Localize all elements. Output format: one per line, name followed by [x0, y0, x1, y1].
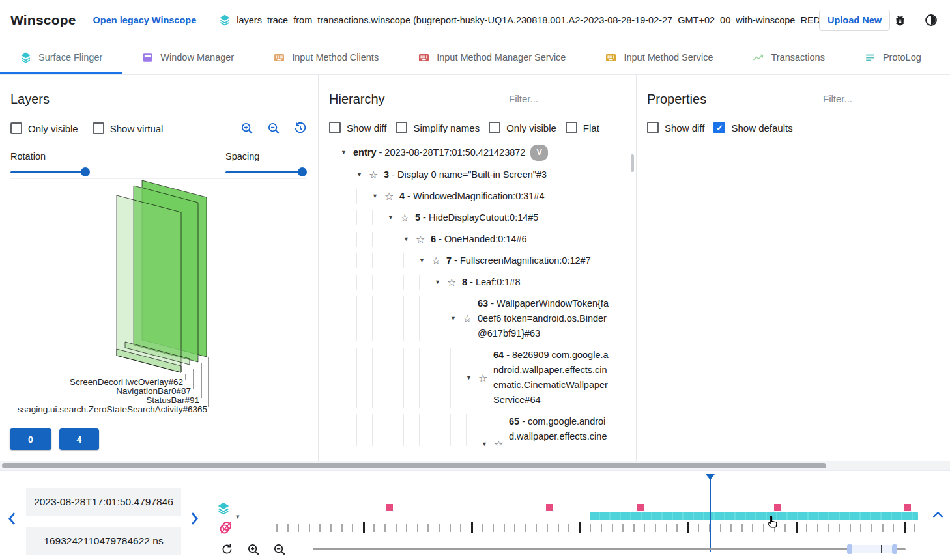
checkbox-box[interactable] [10, 122, 22, 134]
checkbox-only-visible[interactable]: Only visible [10, 122, 78, 134]
star-icon[interactable]: ☆ [478, 371, 493, 385]
next-entry-button[interactable] [190, 512, 199, 527]
star-icon[interactable]: ☆ [463, 311, 478, 326]
minimap-selection[interactable] [847, 545, 892, 553]
display-id-button-4[interactable]: 4 [59, 428, 99, 450]
checkbox-show-diff[interactable]: Show diff [329, 122, 386, 133]
previous-entry-button[interactable] [7, 512, 17, 527]
refresh-icon[interactable] [220, 542, 234, 556]
collapse-timeline-icon[interactable] [932, 511, 943, 518]
checkbox-box[interactable]: ✓ [713, 122, 725, 133]
tree-node[interactable]: ▼☆4 - WindowedMagnification:0:31#4 [329, 186, 609, 207]
display-id-button-0[interactable]: 0 [10, 428, 51, 450]
checkbox-show-defaults[interactable]: ✓Show defaults [713, 122, 792, 133]
checkbox-box[interactable] [396, 122, 407, 133]
expand-caret-icon[interactable]: ▼ [356, 167, 369, 182]
expand-caret-icon[interactable]: ▼ [341, 145, 353, 160]
transition-marker[interactable] [386, 504, 393, 511]
tree-node[interactable]: ▼☆64 - 8e26909 com.google.android.wallpa… [329, 344, 609, 411]
checkbox-box[interactable] [647, 122, 659, 133]
sf-trace-block[interactable] [590, 512, 918, 520]
tree-node[interactable]: ▼☆5 - HideDisplayCutout:0:14#5 [329, 207, 609, 229]
checkbox-box[interactable] [566, 122, 577, 133]
tree-node[interactable]: ▼☆6 - OneHanded:0:14#6 [329, 229, 609, 250]
tree-node[interactable]: ▼☆65 - com.google.android.wallpaper.effe… [329, 411, 609, 446]
expand-caret-icon[interactable]: ▼ [435, 275, 447, 290]
star-icon[interactable]: ☆ [384, 189, 399, 204]
layers-trace-icon[interactable] [216, 501, 231, 516]
bug-report-icon[interactable] [891, 12, 908, 29]
trace-selector-caret-icon[interactable]: ▾ [236, 512, 240, 521]
timeline-tick [796, 522, 798, 533]
timestamp-input[interactable]: 2023-08-28T17:01:50.4797846 [26, 488, 181, 516]
star-icon[interactable]: ☆ [494, 437, 509, 447]
tab-tr[interactable]: Tr [941, 40, 950, 74]
dark-mode-toggle-icon[interactable] [923, 12, 940, 29]
star-icon[interactable]: ☆ [400, 210, 415, 225]
spacing-slider-thumb[interactable] [298, 167, 307, 176]
zoom-in-icon[interactable] [240, 121, 254, 135]
checkbox-box[interactable] [93, 122, 104, 134]
timeline-tick [871, 524, 872, 532]
timeline-zoom-in-icon[interactable] [246, 542, 261, 557]
upload-new-button[interactable]: Upload New [819, 10, 890, 31]
expand-caret-icon[interactable]: ▼ [450, 311, 463, 326]
tab-transactions[interactable]: Transactions [732, 40, 844, 74]
checkbox-flat[interactable]: Flat [566, 122, 599, 133]
expand-caret-icon[interactable]: ▼ [388, 210, 400, 225]
star-icon[interactable]: ☆ [447, 275, 462, 290]
tree-node[interactable]: ▼☆3 - Display 0 name="Built-in Screen"#3 [329, 164, 609, 186]
tab-input-method-manager-service[interactable]: Input Method Manager Service [398, 40, 585, 74]
tab-protolog[interactable]: ProtoLog [844, 40, 941, 74]
expand-caret-icon[interactable]: ▼ [419, 253, 431, 268]
hierarchy-filter-input[interactable] [508, 91, 626, 107]
star-icon[interactable]: ☆ [431, 253, 446, 268]
checkbox-show-diff[interactable]: Show diff [647, 122, 704, 133]
expand-caret-icon[interactable]: ▼ [372, 189, 384, 204]
minimap-handle-left[interactable] [847, 544, 852, 554]
tree-node[interactable]: ▼☆63 - WallpaperWindowToken{fa0eef6 toke… [329, 293, 609, 344]
tree-node[interactable]: ▼entry - 2023-08-28T17:01:50.421423872V [329, 141, 609, 164]
spacing-slider[interactable] [225, 167, 304, 176]
tab-input-method-service[interactable]: Input Method Service [585, 40, 732, 74]
expand-caret-icon[interactable]: ▼ [482, 437, 494, 447]
indent-guide [341, 232, 356, 247]
rotation-slider-thumb[interactable] [81, 167, 90, 176]
reset-view-icon[interactable] [293, 121, 308, 135]
checkbox-box[interactable] [329, 122, 341, 133]
timeline-canvas[interactable] [274, 471, 922, 560]
timeline-cursor-handle[interactable] [706, 474, 715, 480]
minimap-handle-right[interactable] [892, 544, 897, 554]
indent-guide [388, 232, 403, 247]
tree-node[interactable]: ▼☆7 - FullscreenMagnification:0:12#7 [329, 250, 609, 272]
checkbox-show-virtual[interactable]: Show virtual [93, 122, 164, 134]
tree-node[interactable]: ▼☆8 - Leaf:0:1#8 [329, 272, 609, 293]
expand-caret-icon[interactable]: ▼ [466, 371, 478, 385]
tab-window-manager[interactable]: Window Manager [122, 40, 253, 74]
checkbox-only-visible[interactable]: Only visible [489, 122, 556, 133]
timeline-tick [612, 524, 613, 532]
expand-caret-icon[interactable]: ▼ [403, 232, 416, 247]
star-icon[interactable]: ☆ [416, 232, 431, 247]
transitions-trace-icon[interactable] [218, 519, 234, 536]
star-icon[interactable]: ☆ [369, 167, 384, 182]
transition-marker[interactable] [774, 504, 781, 511]
transition-marker[interactable] [637, 504, 644, 511]
main-horizontal-scrollbar[interactable] [0, 461, 950, 470]
timeline-cursor-line[interactable] [710, 475, 711, 552]
hierarchy-scrollbar[interactable] [631, 154, 634, 172]
open-legacy-winscope-link[interactable]: Open legacy Winscope [93, 15, 197, 25]
main-horizontal-scrollbar-thumb[interactable] [2, 463, 826, 468]
timeline-zoom-scrollbar[interactable] [313, 548, 906, 550]
timestamp-ns-input[interactable]: 1693242110479784622 ns [26, 527, 181, 555]
transition-marker[interactable] [904, 504, 911, 511]
tab-input-method-clients[interactable]: Input Method Clients [253, 40, 398, 74]
checkbox-box[interactable] [489, 122, 500, 133]
layers-3d-view[interactable]: ScreenDecorHwcOverlay#62 NavigationBar0#… [0, 178, 317, 427]
zoom-out-icon[interactable] [266, 121, 281, 135]
checkbox-simplify-names[interactable]: Simplify names [396, 122, 480, 133]
properties-filter-input[interactable] [822, 91, 940, 107]
tab-surface-flinger[interactable]: Surface Flinger [0, 40, 122, 74]
rotation-slider[interactable] [10, 167, 89, 176]
transition-marker[interactable] [546, 504, 553, 511]
